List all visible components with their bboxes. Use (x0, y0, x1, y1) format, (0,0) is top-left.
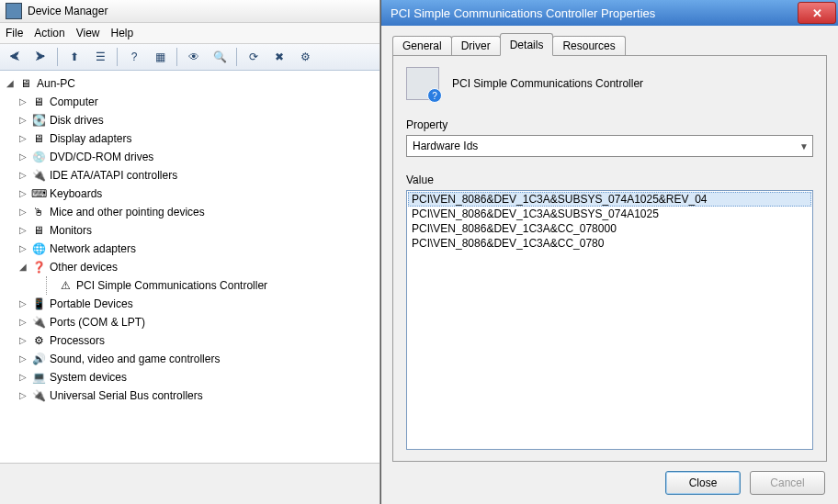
tree-category-label: Mice and other pointing devices (50, 203, 205, 221)
expander-icon[interactable]: ▷ (17, 386, 29, 405)
category-icon: 🔌 (31, 315, 46, 330)
category-icon: ❓ (31, 260, 46, 274)
tree-category[interactable]: ▷⌨Keyboards (4, 185, 379, 203)
expander-icon[interactable]: ◢ (4, 74, 17, 93)
tree-category[interactable]: ▷💿DVD/CD-ROM drives (4, 148, 379, 166)
expander-icon[interactable]: ▷ (17, 331, 29, 350)
tb-forward-icon[interactable]: ⮞ (29, 46, 51, 68)
category-icon: ⚙ (31, 333, 46, 348)
category-icon: 🔊 (31, 352, 46, 366)
expander-icon[interactable]: ▷ (17, 185, 29, 203)
expander-icon[interactable]: ▷ (17, 148, 29, 166)
tree-root[interactable]: ◢ 🖥 Aun-PC (4, 74, 379, 93)
tree-category[interactable]: ▷🔊Sound, video and game controllers (4, 350, 379, 368)
tree-device-label: PCI Simple Communications Controller (76, 276, 267, 295)
expander-icon[interactable]: ▷ (17, 240, 29, 258)
tb-uninstall-icon[interactable]: ✖ (268, 46, 290, 68)
tree-category[interactable]: ▷🖱Mice and other pointing devices (4, 203, 379, 221)
tree-category[interactable]: ▷🖥Display adapters (4, 129, 379, 148)
hardware-id-item[interactable]: PCI\VEN_8086&DEV_1C3A&CC_078000 (408, 221, 811, 236)
tree-category[interactable]: ▷🔌Ports (COM & LPT) (4, 313, 379, 331)
value-listbox[interactable]: PCI\VEN_8086&DEV_1C3A&SUBSYS_074A1025&RE… (406, 190, 813, 450)
hardware-id-item[interactable]: PCI\VEN_8086&DEV_1C3A&CC_0780 (408, 236, 811, 251)
tree-category[interactable]: ▷📱Portable Devices (4, 295, 379, 313)
tb-up-icon[interactable]: ⬆ (63, 46, 85, 68)
tb-scan-icon[interactable]: 🔍 (209, 46, 231, 68)
tb-separator (117, 48, 118, 66)
category-icon: 💿 (31, 150, 46, 164)
dlg-tabs: General Driver Details Resources (392, 33, 827, 55)
category-icon: ⌨ (31, 186, 46, 201)
value-label: Value (406, 174, 813, 186)
tree-category[interactable]: ▷🖥Monitors (4, 221, 379, 240)
expander-icon[interactable]: ▷ (17, 313, 29, 331)
tree-category[interactable]: ▷🌐Network adapters (4, 240, 379, 258)
tree-category[interactable]: ▷💽Disk drives (4, 111, 379, 129)
expander-icon[interactable]: ▷ (17, 350, 29, 368)
tab-details[interactable]: Details (500, 33, 554, 56)
expander-icon[interactable]: ▷ (17, 368, 29, 386)
menu-action[interactable]: Action (34, 27, 64, 39)
category-icon: 🔌 (31, 168, 46, 183)
property-label: Property (406, 118, 813, 131)
tb-separator (57, 48, 58, 66)
close-button[interactable]: Close (665, 471, 741, 495)
tree-category[interactable]: ▷💻System devices (4, 368, 379, 386)
property-combobox[interactable]: Hardware Ids ▼ (406, 135, 813, 157)
category-icon: 💻 (31, 370, 46, 385)
tree-category-label: System devices (50, 368, 127, 386)
device-manager-window: Device Manager File Action View Help ⮜ ⮞… (0, 0, 380, 504)
category-icon: 🖥 (31, 95, 46, 109)
tree-category-label: Disk drives (50, 111, 104, 129)
category-icon: 📱 (31, 297, 46, 311)
tb-view-icon[interactable]: ▦ (149, 46, 171, 68)
tb-separator (236, 48, 237, 66)
expander-icon[interactable]: ▷ (17, 111, 29, 129)
expander-icon[interactable]: ▷ (17, 166, 29, 185)
tree-category-label: IDE ATA/ATAPI controllers (50, 166, 177, 185)
hardware-id-item[interactable]: PCI\VEN_8086&DEV_1C3A&SUBSYS_074A1025 (408, 207, 811, 221)
dm-title-text: Device Manager (28, 5, 108, 17)
expander-icon[interactable]: ▷ (17, 93, 29, 111)
tree-device[interactable]: ⚠PCI Simple Communications Controller (4, 276, 379, 295)
tree-category[interactable]: ▷⚙Processors (4, 331, 379, 350)
tb-separator (176, 48, 177, 66)
category-icon: 💽 (31, 113, 46, 128)
tb-back-icon[interactable]: ⮜ (4, 46, 26, 68)
device-tree[interactable]: ◢ 🖥 Aun-PC ▷🖥Computer▷💽Disk drives▷🖥Disp… (0, 71, 379, 463)
hardware-id-item[interactable]: PCI\VEN_8086&DEV_1C3A&SUBSYS_074A1025&RE… (408, 192, 811, 207)
tab-panel-details: PCI Simple Communications Controller Pro… (392, 55, 827, 462)
category-icon: 🌐 (31, 241, 46, 256)
menu-view[interactable]: View (76, 27, 100, 39)
tree-category-label: Sound, video and game controllers (50, 350, 220, 368)
expander-icon[interactable]: ▷ (17, 221, 29, 240)
expander-icon[interactable]: ▷ (17, 203, 29, 221)
dlg-button-row: Close Cancel (381, 462, 838, 504)
tb-disable-icon[interactable]: ⚙ (294, 46, 316, 68)
dm-menubar: File Action View Help (0, 23, 379, 44)
chevron-down-icon: ▼ (799, 141, 809, 151)
dm-toolbar: ⮜ ⮞ ⬆ ☰ ? ▦ 👁 🔍 ⟳ ✖ ⚙ (0, 44, 379, 71)
expander-icon[interactable]: ▷ (17, 129, 29, 148)
tree-category-label: Keyboards (50, 185, 102, 203)
menu-help[interactable]: Help (111, 27, 134, 39)
category-icon: 🔌 (31, 388, 46, 403)
close-icon[interactable]: ✕ (798, 2, 836, 24)
tree-category[interactable]: ▷🔌IDE ATA/ATAPI controllers (4, 166, 379, 185)
tree-root-label: Aun-PC (37, 74, 75, 93)
tree-category[interactable]: ▷🖥Computer (4, 93, 379, 111)
expander-icon[interactable]: ◢ (17, 258, 29, 276)
menu-file[interactable]: File (6, 27, 23, 39)
tb-update-driver-icon[interactable]: ⟳ (243, 46, 265, 68)
tab-general[interactable]: General (392, 36, 452, 55)
tb-show-hidden-icon[interactable]: 👁 (183, 46, 205, 68)
tree-category[interactable]: ◢❓Other devices (4, 258, 379, 276)
tab-resources[interactable]: Resources (552, 36, 625, 55)
expander-icon[interactable]: ▷ (17, 295, 29, 313)
tb-help-icon[interactable]: ? (123, 46, 145, 68)
tree-category-label: Ports (COM & LPT) (50, 313, 145, 331)
cancel-button[interactable]: Cancel (750, 471, 825, 495)
tab-driver[interactable]: Driver (451, 36, 501, 55)
tb-properties-icon[interactable]: ☰ (89, 46, 111, 68)
tree-category[interactable]: ▷🔌Universal Serial Bus controllers (4, 386, 379, 405)
